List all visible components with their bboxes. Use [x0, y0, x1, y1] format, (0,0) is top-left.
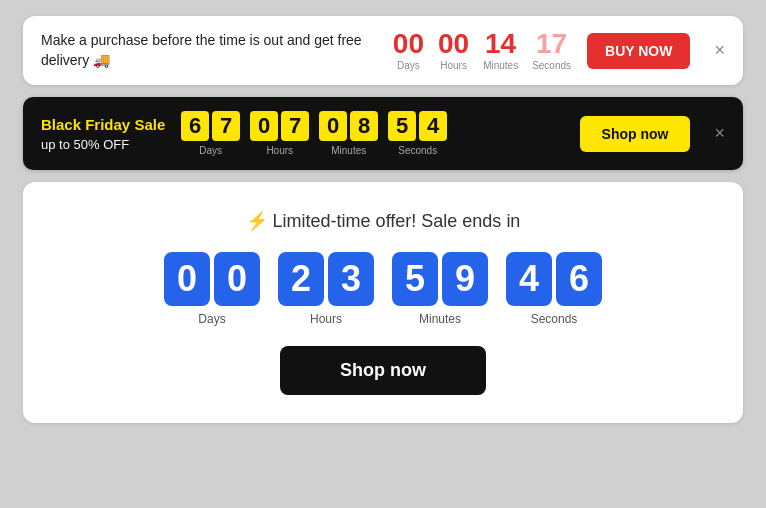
sale-minutes-label: Minutes — [419, 312, 461, 326]
banner-1-hours: 00 Hours — [438, 30, 469, 71]
banner-2: Black Friday Sale up to 50% OFF 6 7 Days… — [23, 97, 743, 170]
banner-2-title-block: Black Friday Sale up to 50% OFF — [41, 115, 165, 152]
banner-1-hours-value: 00 — [438, 30, 469, 58]
banner-2-days-digits: 6 7 — [181, 111, 240, 141]
banner-2-countdown: 6 7 Days 0 7 Hours 0 8 Minutes 5 4 Secon… — [181, 111, 447, 156]
banner-2-hours-digits: 0 7 — [250, 111, 309, 141]
sale-seconds-d2: 6 — [556, 252, 602, 306]
sale-hours-d2: 3 — [328, 252, 374, 306]
sale-seconds-label: Seconds — [531, 312, 578, 326]
sale-days-label: Days — [198, 312, 225, 326]
sale-seconds-digits: 4 6 — [506, 252, 602, 306]
banner-1-text: Make a purchase before the time is out a… — [41, 31, 377, 70]
banner-1-hours-label: Hours — [440, 60, 467, 71]
banner-2-minutes-d1: 0 — [319, 111, 347, 141]
banner-1-seconds-label: Seconds — [532, 60, 571, 71]
sale-hours-label: Hours — [310, 312, 342, 326]
buy-now-button[interactable]: BUY NOW — [587, 33, 690, 69]
banner-2-hours-d1: 0 — [250, 111, 278, 141]
sale-hours-digits: 2 3 — [278, 252, 374, 306]
sale-minutes-digits: 5 9 — [392, 252, 488, 306]
banner-2-seconds-d1: 5 — [388, 111, 416, 141]
sale-title: ⚡ Limited-time offer! Sale ends in — [246, 210, 521, 232]
banner-2-days-label: Days — [199, 145, 222, 156]
banner-2-subtitle: up to 50% OFF — [41, 137, 165, 152]
sale-minutes-d2: 9 — [442, 252, 488, 306]
banner-1-close-icon[interactable]: × — [714, 40, 725, 61]
sale-days-d2: 0 — [214, 252, 260, 306]
banner-1: Make a purchase before the time is out a… — [23, 16, 743, 85]
sale-days-digits: 0 0 — [164, 252, 260, 306]
banner-1-countdown: 00 Days 00 Hours 14 Minutes 17 Seconds — [393, 30, 571, 71]
banner-1-minutes-value: 14 — [485, 30, 516, 58]
banner-2-seconds-d2: 4 — [419, 111, 447, 141]
sale-shop-now-button[interactable]: Shop now — [280, 346, 486, 395]
banner-2-seconds: 5 4 Seconds — [388, 111, 447, 156]
sale-title-text: Limited-time offer! Sale ends in — [268, 211, 521, 231]
banner-1-days: 00 Days — [393, 30, 424, 71]
banner-2-minutes-digits: 0 8 — [319, 111, 378, 141]
sale-seconds: 4 6 Seconds — [506, 252, 602, 326]
sale-days: 0 0 Days — [164, 252, 260, 326]
banner-2-minutes: 0 8 Minutes — [319, 111, 378, 156]
banner-2-seconds-label: Seconds — [398, 145, 437, 156]
sale-seconds-d1: 4 — [506, 252, 552, 306]
banner-1-seconds-value: 17 — [536, 30, 567, 58]
banner-1-minutes: 14 Minutes — [483, 30, 518, 71]
banner-2-hours-d2: 7 — [281, 111, 309, 141]
banner-1-days-label: Days — [397, 60, 420, 71]
sale-minutes: 5 9 Minutes — [392, 252, 488, 326]
sale-hours: 2 3 Hours — [278, 252, 374, 326]
sale-days-d1: 0 — [164, 252, 210, 306]
banner-2-minutes-d2: 8 — [350, 111, 378, 141]
banner-2-title: Black Friday Sale — [41, 115, 165, 135]
bf-shop-now-button[interactable]: Shop now — [580, 116, 691, 152]
lightning-icon: ⚡ — [246, 211, 268, 231]
banner-2-days-d1: 6 — [181, 111, 209, 141]
banner-2-minutes-label: Minutes — [331, 145, 366, 156]
banner-2-days: 6 7 Days — [181, 111, 240, 156]
banner-3: ⚡ Limited-time offer! Sale ends in 0 0 D… — [23, 182, 743, 423]
banner-2-seconds-digits: 5 4 — [388, 111, 447, 141]
banner-2-hours-label: Hours — [266, 145, 293, 156]
banner-1-days-value: 00 — [393, 30, 424, 58]
banner-1-minutes-label: Minutes — [483, 60, 518, 71]
banner-2-close-icon[interactable]: × — [714, 123, 725, 144]
sale-hours-d1: 2 — [278, 252, 324, 306]
sale-minutes-d1: 5 — [392, 252, 438, 306]
banner-2-days-d2: 7 — [212, 111, 240, 141]
banner-2-hours: 0 7 Hours — [250, 111, 309, 156]
banner-1-seconds: 17 Seconds — [532, 30, 571, 71]
sale-countdown: 0 0 Days 2 3 Hours 5 9 Minutes 4 6 Secon… — [164, 252, 602, 326]
